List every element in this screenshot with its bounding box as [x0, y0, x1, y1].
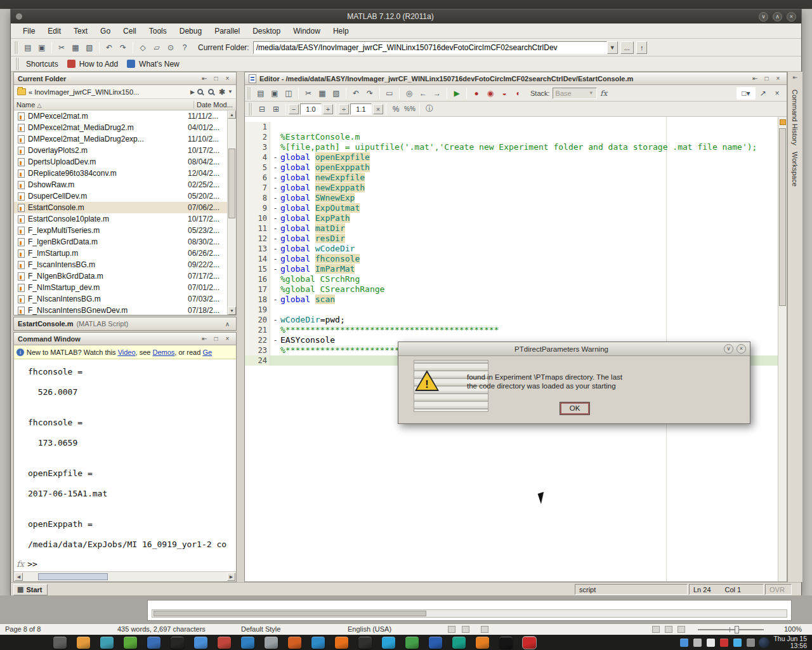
- menu-window[interactable]: Window: [287, 25, 326, 37]
- guide-icon[interactable]: ▱: [150, 41, 163, 54]
- undock-editor-icon[interactable]: ↗: [757, 87, 769, 100]
- code-line-9[interactable]: 9-global ExpOutmat: [245, 203, 778, 213]
- run-icon[interactable]: ▶: [450, 87, 463, 100]
- tray-icon-3[interactable]: [707, 639, 715, 647]
- current-folder-input[interactable]: [253, 41, 607, 54]
- dialog-titlebar[interactable]: PTdirectParameters Warning ∨ ×: [398, 342, 750, 356]
- file-row[interactable]: EstartConsole.m07/06/2...: [14, 202, 227, 213]
- file-row[interactable]: DMPexcel2mat_MediaDrug2exp...11/10/2...: [14, 133, 227, 145]
- code-line-18[interactable]: 18-global scan: [245, 295, 778, 305]
- cut-icon[interactable]: ✂: [302, 87, 315, 100]
- close-editor-icon[interactable]: ×: [771, 87, 783, 100]
- taskbar-app-icon-12[interactable]: [311, 637, 325, 649]
- scroll-up-icon[interactable]: ▲: [228, 110, 236, 119]
- close-panel-icon[interactable]: ×: [773, 74, 783, 83]
- file-row[interactable]: F_ImStartup.m06/26/2...: [14, 248, 227, 259]
- dialog-close-button[interactable]: ×: [737, 344, 746, 354]
- taskbar-app-icon-10[interactable]: [265, 637, 278, 649]
- maximize-button[interactable]: ∧: [773, 12, 782, 22]
- comment-percent-icon[interactable]: %: [390, 103, 402, 116]
- taskbar-app-icon-1[interactable]: [53, 637, 67, 649]
- code-line-21[interactable]: 21%*************************************…: [245, 325, 778, 335]
- cell-next-icon[interactable]: ⊞: [270, 103, 282, 116]
- back-icon[interactable]: ←: [417, 87, 429, 100]
- dock-icon[interactable]: ⇤: [200, 74, 209, 83]
- taskbar-app-icon-15[interactable]: [382, 637, 395, 649]
- language-indicator[interactable]: English (USA): [348, 625, 391, 633]
- menu-tools[interactable]: Tools: [143, 25, 173, 37]
- bp-next-icon[interactable]: ◒: [498, 87, 511, 100]
- close-button[interactable]: ×: [787, 12, 796, 22]
- scroll-right-icon[interactable]: ▶: [227, 573, 235, 581]
- new-icon[interactable]: ▤: [254, 87, 267, 100]
- command-output[interactable]: fhconsole = 526.0007 fhconsole = 173.065…: [14, 359, 236, 571]
- paste-icon[interactable]: ▧: [83, 41, 96, 54]
- moon-icon[interactable]: [759, 637, 769, 648]
- search-in-files-icon[interactable]: [208, 89, 214, 95]
- editor-scrollbar[interactable]: [778, 117, 787, 581]
- cut-icon[interactable]: ✂: [55, 41, 68, 54]
- tab-workspace[interactable]: Workspace: [791, 152, 799, 187]
- shortcut-how-to-add[interactable]: How to Add: [79, 60, 118, 69]
- menu-file[interactable]: File: [17, 25, 41, 37]
- tray-icon-5[interactable]: [733, 639, 742, 647]
- word-count[interactable]: 435 words, 2,697 characters: [117, 625, 206, 633]
- redo-icon[interactable]: ↷: [363, 87, 376, 100]
- bp-cond-icon[interactable]: ◐: [512, 87, 525, 100]
- simulink-icon[interactable]: ◇: [136, 41, 149, 54]
- column-name[interactable]: Name: [16, 101, 35, 109]
- menu-parallel[interactable]: Parallel: [209, 25, 246, 37]
- scrollbar-thumb[interactable]: [779, 128, 786, 306]
- page-style[interactable]: Default Style: [241, 625, 280, 633]
- undo-icon[interactable]: ↶: [103, 41, 115, 54]
- fx-insert-icon[interactable]: fx: [598, 87, 610, 100]
- file-row[interactable]: DMPexcel2mat.m11/11/2...: [14, 110, 227, 122]
- fx-hint-icon[interactable]: fx: [16, 559, 24, 569]
- current-folder-dropdown-icon[interactable]: ▼: [607, 41, 618, 54]
- taskbar-app-icon-5[interactable]: [147, 637, 160, 649]
- file-row[interactable]: F_NIscanIntensBGnewDev.m07/18/2...: [14, 305, 227, 315]
- undo-icon[interactable]: ↶: [350, 87, 362, 100]
- file-list-column-header[interactable]: Name △ Date Mod...: [14, 99, 236, 110]
- view-single-page-icon[interactable]: [652, 626, 660, 633]
- open-icon[interactable]: ▣: [268, 87, 281, 100]
- view-multi-page-icon[interactable]: [665, 626, 672, 633]
- search-icon[interactable]: [197, 89, 203, 95]
- layout-selector-icon[interactable]: □▾: [737, 87, 756, 100]
- titlebar[interactable]: MATLAB 7.12.0 (R2011a) ∨ ∧ ×: [11, 10, 801, 23]
- document-modified-icon[interactable]: [481, 626, 488, 633]
- cell-prev-icon[interactable]: ⊟: [256, 103, 268, 116]
- dialog-shade-button[interactable]: ∨: [724, 344, 733, 354]
- close-panel-icon[interactable]: ×: [223, 74, 232, 83]
- copy-icon[interactable]: ▦: [69, 41, 82, 54]
- breadcrumb[interactable]: « InovImager_jwrCF_WINLinx150...: [29, 88, 188, 96]
- tray-icon-1[interactable]: [680, 639, 688, 647]
- taskbar-app-icon-19[interactable]: [476, 637, 489, 649]
- menu-desktop[interactable]: Desktop: [247, 25, 286, 37]
- menu-go[interactable]: Go: [95, 25, 116, 37]
- background-hscrollbar[interactable]: [152, 609, 787, 618]
- file-row[interactable]: DpertsUploadDev.m08/04/2...: [14, 156, 227, 168]
- taskbar-app-icon-21[interactable]: [523, 637, 536, 649]
- new-script-icon[interactable]: ▤: [22, 41, 34, 54]
- taskbar-app-icon-4[interactable]: [124, 637, 137, 649]
- code-line-2[interactable]: 2%EstartConsole.m: [245, 132, 778, 142]
- scroll-left-icon[interactable]: ◀: [15, 573, 23, 581]
- page-indicator[interactable]: Page 8 of 8: [5, 625, 41, 633]
- breadcrumb-arrow-icon[interactable]: ▶: [190, 89, 195, 95]
- code-line-13[interactable]: 13-global wCodeDir: [245, 244, 778, 254]
- taskbar-app-icon-20[interactable]: [499, 637, 513, 649]
- tray-icon-6[interactable]: [747, 639, 755, 647]
- code-line-3[interactable]: 3%[file,path] = uiputfile('.mat','Create…: [245, 142, 778, 152]
- command-prompt[interactable]: fx>>: [16, 559, 37, 569]
- file-row[interactable]: F_IexpMultiTseries.m05/23/2...: [14, 225, 227, 236]
- redo-icon[interactable]: ↷: [117, 41, 129, 54]
- file-row[interactable]: DsuperCellDev.m05/20/2...: [14, 190, 227, 202]
- dock-icon[interactable]: ⇤: [200, 335, 209, 343]
- code-line-12[interactable]: 12-global resDir: [245, 234, 778, 244]
- banner-link[interactable]: Demos: [153, 348, 175, 356]
- file-row[interactable]: EstartConsole10plate.m10/17/2...: [14, 213, 227, 225]
- scrollbar-thumb[interactable]: [38, 573, 108, 580]
- command-window-hscrollbar[interactable]: ◀ ▶: [14, 571, 236, 581]
- zoom-slider[interactable]: [698, 629, 764, 630]
